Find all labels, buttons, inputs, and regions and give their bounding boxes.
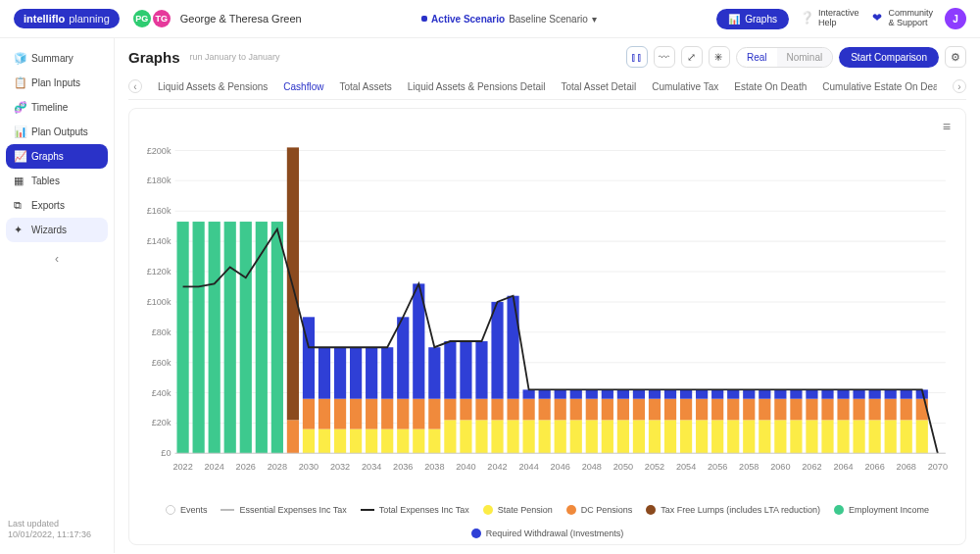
svg-rect-69 <box>491 302 503 399</box>
nav-label: Wizards <box>31 225 67 235</box>
sidebar-item-timeline[interactable]: 🧬Timeline <box>6 95 108 120</box>
svg-text:2036: 2036 <box>393 462 413 472</box>
tab-cashflow[interactable]: Cashflow <box>283 81 323 92</box>
tabs-scroll-right[interactable]: › <box>953 79 966 93</box>
legend-state-pension[interactable]: State Pension <box>483 505 553 515</box>
svg-rect-92 <box>617 399 629 421</box>
svg-rect-105 <box>680 389 692 398</box>
help-icon: ❔ <box>801 12 814 25</box>
legend-req-withdrawal[interactable]: Required Withdrawal (Investments) <box>471 529 624 538</box>
tab-cumulative-tax[interactable]: Cumulative Tax <box>652 81 718 92</box>
svg-text:£120k: £120k <box>147 267 172 277</box>
sidebar-item-graphs[interactable]: 📈Graphs <box>6 144 108 169</box>
sidebar-item-plan-outputs[interactable]: 📊Plan Outputs <box>6 120 108 144</box>
tab-estate-on-death[interactable]: Estate On Death <box>734 81 807 92</box>
svg-rect-136 <box>853 420 864 453</box>
legend-tax-free[interactable]: Tax Free Lumps (includes LTA reduction) <box>646 505 820 515</box>
sidebar-item-wizards[interactable]: ✦Wizards <box>6 218 108 242</box>
brand-logo[interactable]: intelliflo planning <box>14 9 120 28</box>
req-withdrawal-swatch <box>471 529 481 538</box>
tabs-scroll-left[interactable]: ‹ <box>128 79 142 93</box>
graphs-button[interactable]: 📊 Graphs <box>716 9 789 29</box>
svg-rect-96 <box>633 389 645 398</box>
svg-text:£160k: £160k <box>147 206 172 216</box>
page-title: Graphs <box>128 49 180 66</box>
client-chip-2[interactable]: TG <box>153 10 171 27</box>
nav-label: Summary <box>31 53 74 64</box>
svg-text:2046: 2046 <box>551 462 570 472</box>
chart-type-bar[interactable]: ⫿⫿ <box>626 46 648 68</box>
svg-text:2028: 2028 <box>268 462 287 472</box>
svg-rect-80 <box>555 399 566 421</box>
last-updated-label: Last updated <box>8 519 106 530</box>
toggle-nominal[interactable]: Nominal <box>777 48 833 67</box>
scenario-label: Active Scenario <box>431 14 505 25</box>
client-name: George & Theresa Green <box>180 13 302 25</box>
legend-employment[interactable]: Employment Income <box>834 505 929 515</box>
svg-text:2064: 2064 <box>833 462 853 472</box>
client-chip-1[interactable]: PG <box>133 10 151 27</box>
svg-rect-45 <box>366 347 377 398</box>
svg-rect-133 <box>837 420 849 453</box>
chart-menu-icon[interactable]: ≡ <box>943 119 952 134</box>
svg-rect-145 <box>901 420 912 453</box>
svg-rect-47 <box>381 399 393 429</box>
tab-total-asset-detail[interactable]: Total Asset Detail <box>561 81 636 92</box>
tab-cumulative-estate-on-death[interactable]: Cumulative Estate On Death <box>822 81 937 92</box>
events-swatch <box>166 505 175 515</box>
legend-dc-pensions[interactable]: DC Pensions <box>566 505 633 515</box>
svg-rect-70 <box>507 420 518 453</box>
sidebar-collapse[interactable]: ‹ <box>6 252 108 266</box>
svg-rect-31 <box>303 429 315 454</box>
svg-rect-86 <box>586 399 598 421</box>
sidebar-item-exports[interactable]: ⧉Exports <box>6 193 108 218</box>
tab-total-assets[interactable]: Total Assets <box>339 81 391 92</box>
scenario-selector[interactable]: Active Scenario Baseline Scenario ▾ <box>421 14 597 25</box>
sidebar-item-plan-inputs[interactable]: 📋Plan Inputs <box>6 71 108 95</box>
svg-rect-38 <box>334 399 346 429</box>
svg-rect-114 <box>727 389 739 398</box>
gear-icon[interactable]: ⚙ <box>945 46 966 68</box>
settings-icon[interactable]: ⛯ <box>709 46 730 68</box>
svg-text:2034: 2034 <box>362 462 381 472</box>
chart-legend: Events Essential Expenses Inc Tax Total … <box>139 499 956 538</box>
nav-icon: 📋 <box>14 76 25 89</box>
legend-events[interactable]: Events <box>166 505 208 515</box>
svg-rect-94 <box>633 420 645 453</box>
tab-liquid-assets-pensions-detail[interactable]: Liquid Assets & Pensions Detail <box>408 81 546 92</box>
svg-rect-140 <box>869 399 881 421</box>
user-avatar[interactable]: J <box>945 8 966 29</box>
legend-total-exp[interactable]: Total Expenses Inc Tax <box>361 505 469 515</box>
svg-rect-118 <box>759 420 770 453</box>
nav-icon: ⧉ <box>14 199 25 212</box>
svg-rect-62 <box>460 399 471 421</box>
legend-essential[interactable]: Essential Expenses Inc Tax <box>220 505 346 515</box>
svg-rect-107 <box>696 399 708 421</box>
svg-rect-115 <box>743 420 755 453</box>
tab-liquid-assets-pensions[interactable]: Liquid Assets & Pensions <box>158 81 268 92</box>
svg-rect-68 <box>491 399 503 421</box>
svg-rect-123 <box>774 389 786 398</box>
sidebar-item-tables[interactable]: ▦Tables <box>6 169 108 193</box>
svg-rect-85 <box>586 420 598 453</box>
interactive-help-link[interactable]: ❔ Interactive Help <box>801 9 859 28</box>
brand-name: intelliflo <box>24 13 65 25</box>
real-nominal-toggle[interactable]: Real Nominal <box>736 47 833 68</box>
toggle-real[interactable]: Real <box>737 48 777 67</box>
svg-rect-142 <box>885 420 897 453</box>
zoom-out-icon[interactable]: ⤢ <box>681 46 703 68</box>
start-comparison-label: Start Comparison <box>851 52 927 63</box>
start-comparison-button[interactable]: Start Comparison <box>839 47 939 68</box>
svg-rect-95 <box>633 399 645 421</box>
chart-card: ≡ £0£20k£40k£60k£80k£100k£120k£140k£160k… <box>128 108 966 545</box>
topbar: intelliflo planning PG TG George & There… <box>0 0 980 38</box>
svg-rect-79 <box>555 420 566 453</box>
chart-type-line[interactable]: 〰 <box>654 46 675 68</box>
nav-icon: 🧬 <box>14 101 25 114</box>
svg-text:2070: 2070 <box>928 462 948 472</box>
svg-rect-139 <box>869 420 881 453</box>
sidebar-item-summary[interactable]: 🧊Summary <box>6 46 108 71</box>
svg-rect-26 <box>240 222 252 453</box>
community-link[interactable]: ❤ Community & Support <box>870 9 933 28</box>
svg-rect-48 <box>381 347 393 398</box>
